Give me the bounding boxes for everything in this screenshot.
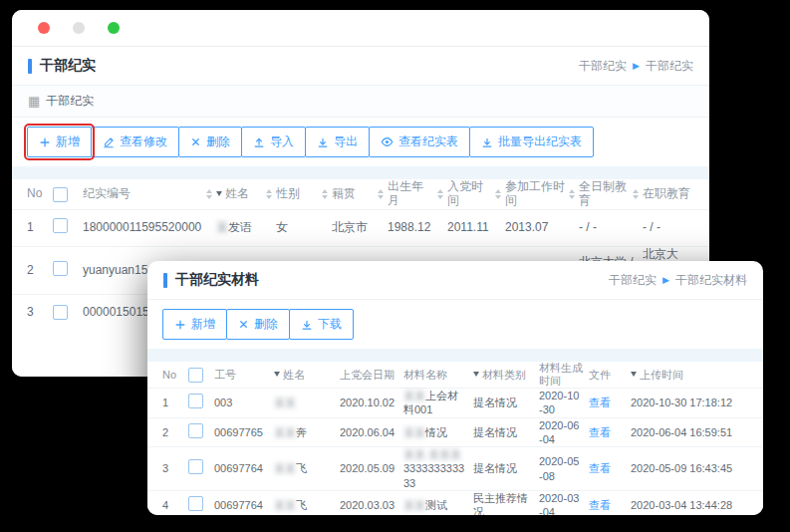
column-header-native[interactable]: 籍贯 <box>332 187 388 201</box>
header-checkbox-cell <box>188 368 214 383</box>
sort-icon[interactable] <box>318 189 328 199</box>
view-link[interactable]: 查看 <box>589 462 611 474</box>
row-checkbox[interactable] <box>53 261 68 276</box>
eye-icon <box>381 135 394 148</box>
table-header-row: No 纪实编号 姓名 性别 籍贯 出生年月 入党时间 参加工作时间 全日制教育 … <box>12 179 709 210</box>
filter-icon[interactable] <box>473 372 479 377</box>
row-checkbox[interactable] <box>188 423 203 438</box>
breadcrumb-separator-icon: ▶ <box>633 61 640 71</box>
table-top-band <box>12 166 709 179</box>
batch-export-button[interactable]: 批量导出纪实表 <box>469 127 594 157</box>
sort-icon[interactable] <box>202 189 212 199</box>
traffic-light-red-icon[interactable] <box>38 22 50 34</box>
filter-icon[interactable] <box>631 372 637 377</box>
page-title: 干部纪实材料 <box>163 271 259 289</box>
column-header-record-id[interactable]: 纪实编号 <box>83 187 216 201</box>
select-all-checkbox[interactable] <box>53 187 68 202</box>
sort-icon[interactable] <box>565 189 575 199</box>
breadcrumb-item: 干部纪实 <box>646 58 693 75</box>
breadcrumb-item: 干部纪实材料 <box>675 272 747 289</box>
column-header-material-type[interactable]: 材料类别 <box>473 369 539 382</box>
view-link[interactable]: 查看 <box>589 397 611 408</box>
redacted-text: 某某 <box>274 462 296 474</box>
plus-icon <box>174 319 186 331</box>
select-all-checkbox[interactable] <box>188 368 203 383</box>
view-link[interactable]: 查看 <box>589 426 611 438</box>
view-edit-button[interactable]: 查看修改 <box>91 127 179 157</box>
column-header-birth[interactable]: 出生年月 <box>388 180 447 208</box>
download-icon <box>481 136 493 148</box>
column-header-no: No <box>27 187 53 201</box>
view-record-sheet-button[interactable]: 查看纪实表 <box>369 127 470 157</box>
column-header-gender[interactable]: 性别 <box>276 187 332 201</box>
sort-icon[interactable] <box>433 189 443 199</box>
column-header-uploaded[interactable]: 上传时间 <box>631 369 748 382</box>
material-name-cell: 某某情况 <box>403 425 473 439</box>
row-checkbox[interactable] <box>53 305 68 320</box>
column-header-meeting-date: 上党会日期 <box>340 369 403 382</box>
redacted-text: 某某 <box>403 426 425 438</box>
export-button[interactable]: 导出 <box>305 127 370 157</box>
title-marker <box>163 273 167 288</box>
table-header-row: No 工号 姓名 上党会日期 材料名称 材料类别 材料生成时间 文件 上传时间 <box>147 362 763 389</box>
name-cell: 某某飞 <box>274 461 340 475</box>
sort-icon[interactable] <box>491 189 501 199</box>
column-header-file: 文件 <box>589 369 631 382</box>
filter-icon[interactable] <box>274 372 280 377</box>
redacted-text: 某某 某某某 <box>403 448 461 460</box>
redacted-text: 某某 <box>403 499 425 511</box>
column-header-name[interactable]: 姓名 <box>274 369 340 382</box>
delete-button[interactable]: 删除 <box>178 127 242 157</box>
column-header-party-date[interactable]: 入党时间 <box>447 180 505 208</box>
record-id-cell: 180000011595520000 <box>83 220 216 236</box>
material-table: No 工号 姓名 上党会日期 材料名称 材料类别 材料生成时间 文件 上传时间 … <box>147 362 763 515</box>
sort-icon[interactable] <box>374 189 384 199</box>
breadcrumb-separator-icon: ▶ <box>662 275 669 285</box>
table-row: 3 00697764 某某飞 2020.05.09 某某 某某某33333333… <box>147 447 763 491</box>
breadcrumb: 干部纪实 ▶ 干部纪实 <box>579 58 693 75</box>
filter-icon[interactable] <box>216 191 222 196</box>
front-page-header: 干部纪实材料 干部纪实 ▶ 干部纪实材料 <box>147 261 763 300</box>
redacted-text: 某某 <box>274 426 296 438</box>
row-checkbox[interactable] <box>188 496 203 511</box>
table-grid-icon: ▦ <box>28 95 40 108</box>
row-checkbox[interactable] <box>188 459 203 474</box>
upload-icon <box>253 136 265 148</box>
column-header-name[interactable]: 姓名 <box>216 187 276 201</box>
delete-button[interactable]: 删除 <box>226 309 290 340</box>
column-header-work-date[interactable]: 参加工作时间 <box>505 180 579 208</box>
row-checkbox[interactable] <box>188 394 203 408</box>
title-marker <box>28 59 32 74</box>
sort-icon[interactable] <box>629 189 639 199</box>
traffic-light-gray-icon[interactable] <box>73 22 85 34</box>
back-toolbar: 新增 查看修改 删除 导入 导出 查看纪实表 批量导出纪实表 <box>12 118 709 166</box>
column-header-job-no: 工号 <box>214 369 274 382</box>
view-link[interactable]: 查看 <box>589 499 611 511</box>
column-header-onjob-edu[interactable]: 在职教育 <box>643 187 694 201</box>
traffic-light-green-icon[interactable] <box>108 22 120 34</box>
download-icon <box>301 319 313 331</box>
front-window: 干部纪实材料 干部纪实 ▶ 干部纪实材料 新增 删除 下载 No 工号 姓名 上… <box>147 261 763 515</box>
import-button[interactable]: 导入 <box>241 127 306 157</box>
sort-icon[interactable] <box>262 189 272 199</box>
column-header-fulltime-edu[interactable]: 全日制教育 <box>579 180 643 208</box>
x-icon <box>190 136 201 147</box>
header-checkbox-cell <box>53 187 83 202</box>
name-cell: 某某奔 <box>274 425 340 439</box>
breadcrumb-item[interactable]: 干部纪实 <box>579 58 627 75</box>
table-top-band <box>147 349 763 362</box>
material-name-cell: 某某上会材料001 <box>403 389 473 417</box>
section-bar: ▦ 干部纪实 <box>12 86 709 118</box>
breadcrumb-item[interactable]: 干部纪实 <box>609 272 657 289</box>
redacted-text: 某某 <box>274 397 296 408</box>
name-cell: 某某 <box>274 396 340 409</box>
download-button[interactable]: 下载 <box>289 309 354 340</box>
table-row: 1 003 某某 2020.10.02 某某上会材料001 提名情况 2020-… <box>147 389 763 418</box>
column-header-generated: 材料生成时间 <box>539 362 589 387</box>
add-button[interactable]: 新增 <box>162 309 227 340</box>
row-checkbox[interactable] <box>53 218 68 233</box>
add-button[interactable]: 新增 <box>27 127 92 157</box>
material-name-cell: 某某 某某某333333333333 <box>403 447 473 490</box>
page-title: 干部纪实 <box>28 57 96 75</box>
breadcrumb: 干部纪实 ▶ 干部纪实材料 <box>609 272 747 289</box>
